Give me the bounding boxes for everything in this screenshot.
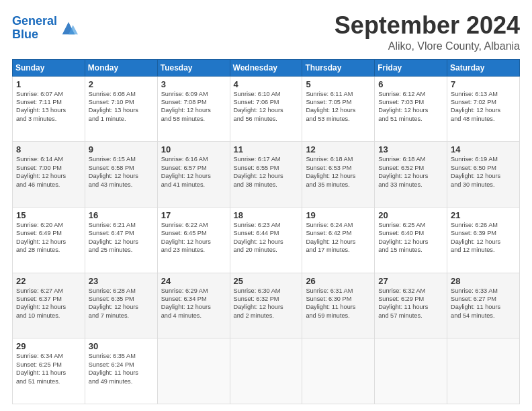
day-info: Sunrise: 6:12 AM Sunset: 7:03 PM Dayligh… bbox=[378, 90, 443, 124]
calendar-cell: 15Sunrise: 6:20 AM Sunset: 6:49 PM Dayli… bbox=[13, 207, 85, 273]
day-number: 8 bbox=[16, 144, 81, 154]
calendar-cell: 20Sunrise: 6:25 AM Sunset: 6:40 PM Dayli… bbox=[375, 207, 447, 273]
day-info: Sunrise: 6:26 AM Sunset: 6:39 PM Dayligh… bbox=[451, 221, 516, 255]
calendar-cell: 10Sunrise: 6:16 AM Sunset: 6:57 PM Dayli… bbox=[157, 142, 230, 208]
title-block: September 2024 Aliko, Vlore County, Alba… bbox=[335, 12, 520, 52]
calendar-cell: 4Sunrise: 6:10 AM Sunset: 7:06 PM Daylig… bbox=[230, 76, 302, 142]
calendar-cell: 6Sunrise: 6:12 AM Sunset: 7:03 PM Daylig… bbox=[375, 76, 447, 142]
day-number: 4 bbox=[234, 79, 299, 89]
calendar-cell: 7Sunrise: 6:13 AM Sunset: 7:02 PM Daylig… bbox=[447, 76, 520, 142]
logo-icon bbox=[59, 19, 78, 38]
day-info: Sunrise: 6:22 AM Sunset: 6:45 PM Dayligh… bbox=[161, 221, 226, 255]
weekday-header: Sunday bbox=[13, 59, 85, 76]
calendar-cell: 12Sunrise: 6:18 AM Sunset: 6:53 PM Dayli… bbox=[302, 142, 375, 208]
calendar-cell: 26Sunrise: 6:31 AM Sunset: 6:30 PM Dayli… bbox=[302, 273, 375, 338]
calendar-cell: 18Sunrise: 6:23 AM Sunset: 6:44 PM Dayli… bbox=[230, 207, 302, 273]
weekday-header: Thursday bbox=[302, 59, 375, 76]
day-info: Sunrise: 6:31 AM Sunset: 6:30 PM Dayligh… bbox=[306, 287, 371, 320]
location-title: Aliko, Vlore County, Albania bbox=[335, 40, 520, 52]
day-info: Sunrise: 6:18 AM Sunset: 6:52 PM Dayligh… bbox=[378, 155, 443, 189]
calendar-cell: 28Sunrise: 6:33 AM Sunset: 6:27 PM Dayli… bbox=[447, 273, 520, 338]
calendar-cell: 13Sunrise: 6:18 AM Sunset: 6:52 PM Dayli… bbox=[375, 142, 447, 208]
calendar-cell: 2Sunrise: 6:08 AM Sunset: 7:10 PM Daylig… bbox=[85, 76, 157, 142]
calendar-cell: 25Sunrise: 6:30 AM Sunset: 6:32 PM Dayli… bbox=[230, 273, 302, 338]
day-info: Sunrise: 6:17 AM Sunset: 6:55 PM Dayligh… bbox=[234, 155, 299, 189]
day-number: 30 bbox=[89, 341, 154, 351]
day-info: Sunrise: 6:18 AM Sunset: 6:53 PM Dayligh… bbox=[306, 155, 371, 189]
day-info: Sunrise: 6:21 AM Sunset: 6:47 PM Dayligh… bbox=[89, 221, 154, 255]
day-number: 28 bbox=[451, 276, 516, 286]
calendar-cell: 19Sunrise: 6:24 AM Sunset: 6:42 PM Dayli… bbox=[302, 207, 375, 273]
day-number: 20 bbox=[378, 210, 443, 220]
day-number: 21 bbox=[451, 210, 516, 220]
day-number: 1 bbox=[16, 79, 81, 89]
day-info: Sunrise: 6:15 AM Sunset: 6:58 PM Dayligh… bbox=[89, 155, 154, 189]
day-info: Sunrise: 6:23 AM Sunset: 6:44 PM Dayligh… bbox=[234, 221, 299, 255]
logo-blue: Blue bbox=[12, 28, 57, 42]
day-info: Sunrise: 6:30 AM Sunset: 6:32 PM Dayligh… bbox=[234, 287, 299, 320]
logo-text: General bbox=[12, 15, 57, 28]
day-number: 5 bbox=[306, 79, 371, 89]
day-number: 10 bbox=[161, 144, 226, 154]
day-number: 25 bbox=[234, 276, 299, 286]
calendar-cell: 3Sunrise: 6:09 AM Sunset: 7:08 PM Daylig… bbox=[157, 76, 230, 142]
calendar-table: SundayMondayTuesdayWednesdayThursdayFrid… bbox=[12, 59, 520, 404]
calendar-cell: 14Sunrise: 6:19 AM Sunset: 6:50 PM Dayli… bbox=[447, 142, 520, 208]
calendar-cell: 5Sunrise: 6:11 AM Sunset: 7:05 PM Daylig… bbox=[302, 76, 375, 142]
calendar-cell: 24Sunrise: 6:29 AM Sunset: 6:34 PM Dayli… bbox=[157, 273, 230, 338]
calendar-cell: 11Sunrise: 6:17 AM Sunset: 6:55 PM Dayli… bbox=[230, 142, 302, 208]
calendar-cell bbox=[157, 338, 230, 404]
day-number: 26 bbox=[306, 276, 371, 286]
calendar-cell bbox=[230, 338, 302, 404]
weekday-header: Tuesday bbox=[157, 59, 230, 76]
month-title: September 2024 bbox=[335, 12, 520, 39]
day-number: 7 bbox=[451, 79, 516, 89]
day-number: 18 bbox=[234, 210, 299, 220]
calendar-cell bbox=[302, 338, 375, 404]
day-info: Sunrise: 6:25 AM Sunset: 6:40 PM Dayligh… bbox=[378, 221, 443, 255]
calendar-cell: 23Sunrise: 6:28 AM Sunset: 6:35 PM Dayli… bbox=[85, 273, 157, 338]
day-number: 29 bbox=[16, 341, 81, 351]
logo: General Blue bbox=[12, 15, 78, 42]
calendar-cell: 17Sunrise: 6:22 AM Sunset: 6:45 PM Dayli… bbox=[157, 207, 230, 273]
day-number: 2 bbox=[89, 79, 154, 89]
weekday-header: Monday bbox=[85, 59, 157, 76]
header: General Blue September 2024 Aliko, Vlore… bbox=[12, 12, 520, 52]
calendar-cell: 29Sunrise: 6:34 AM Sunset: 6:25 PM Dayli… bbox=[13, 338, 85, 404]
day-info: Sunrise: 6:14 AM Sunset: 7:00 PM Dayligh… bbox=[16, 155, 81, 189]
weekday-header: Saturday bbox=[447, 59, 520, 76]
calendar-cell: 8Sunrise: 6:14 AM Sunset: 7:00 PM Daylig… bbox=[13, 142, 85, 208]
day-number: 23 bbox=[89, 276, 154, 286]
day-info: Sunrise: 6:09 AM Sunset: 7:08 PM Dayligh… bbox=[161, 90, 226, 124]
logo-blue-text: Blue bbox=[12, 28, 38, 41]
calendar-cell: 30Sunrise: 6:35 AM Sunset: 6:24 PM Dayli… bbox=[85, 338, 157, 404]
day-number: 9 bbox=[89, 144, 154, 154]
day-info: Sunrise: 6:24 AM Sunset: 6:42 PM Dayligh… bbox=[306, 221, 371, 255]
day-info: Sunrise: 6:11 AM Sunset: 7:05 PM Dayligh… bbox=[306, 90, 371, 124]
day-info: Sunrise: 6:34 AM Sunset: 6:25 PM Dayligh… bbox=[16, 352, 81, 385]
day-info: Sunrise: 6:32 AM Sunset: 6:29 PM Dayligh… bbox=[378, 287, 443, 320]
day-info: Sunrise: 6:16 AM Sunset: 6:57 PM Dayligh… bbox=[161, 155, 226, 189]
day-info: Sunrise: 6:20 AM Sunset: 6:49 PM Dayligh… bbox=[16, 221, 81, 255]
calendar-cell: 27Sunrise: 6:32 AM Sunset: 6:29 PM Dayli… bbox=[375, 273, 447, 338]
day-info: Sunrise: 6:35 AM Sunset: 6:24 PM Dayligh… bbox=[89, 352, 154, 385]
calendar-cell bbox=[375, 338, 447, 404]
day-info: Sunrise: 6:28 AM Sunset: 6:35 PM Dayligh… bbox=[89, 287, 154, 320]
weekday-header: Wednesday bbox=[230, 59, 302, 76]
day-info: Sunrise: 6:27 AM Sunset: 6:37 PM Dayligh… bbox=[16, 287, 81, 320]
calendar-cell: 16Sunrise: 6:21 AM Sunset: 6:47 PM Dayli… bbox=[85, 207, 157, 273]
day-number: 14 bbox=[451, 144, 516, 154]
weekday-header: Friday bbox=[375, 59, 447, 76]
day-info: Sunrise: 6:33 AM Sunset: 6:27 PM Dayligh… bbox=[451, 287, 516, 320]
day-info: Sunrise: 6:29 AM Sunset: 6:34 PM Dayligh… bbox=[161, 287, 226, 320]
day-number: 6 bbox=[378, 79, 443, 89]
day-number: 16 bbox=[89, 210, 154, 220]
page: General Blue September 2024 Aliko, Vlore… bbox=[0, 0, 532, 411]
logo-general: General bbox=[12, 14, 57, 28]
day-info: Sunrise: 6:07 AM Sunset: 7:11 PM Dayligh… bbox=[16, 90, 81, 124]
day-number: 19 bbox=[306, 210, 371, 220]
calendar-cell bbox=[447, 338, 520, 404]
day-number: 15 bbox=[16, 210, 81, 220]
calendar-cell: 22Sunrise: 6:27 AM Sunset: 6:37 PM Dayli… bbox=[13, 273, 85, 338]
day-number: 11 bbox=[234, 144, 299, 154]
